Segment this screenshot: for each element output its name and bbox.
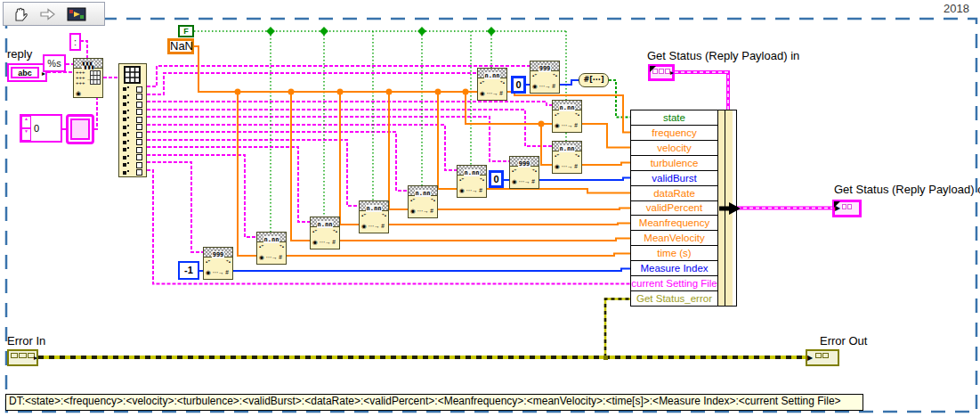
delimiter-constant[interactable]: : bbox=[69, 33, 81, 51]
decimal-string-to-number-node[interactable]: 999 ▪⁺⁺▪◉ ⋯→ # bbox=[530, 61, 560, 94]
zero-constant[interactable]: 0 bbox=[489, 170, 504, 188]
bundle-field-label: current Setting File bbox=[631, 278, 717, 289]
get-status-out-label: Get Status (Reply Payload) out bbox=[834, 184, 980, 196]
bundle-field-label: dataRate bbox=[653, 188, 695, 199]
get-status-in-terminal[interactable]: ▸ bbox=[648, 64, 675, 81]
terminal-arrow-icon: ▶ bbox=[835, 205, 840, 212]
bundle-field-label: frequency bbox=[652, 127, 697, 138]
index-array-row bbox=[119, 109, 146, 117]
reply-string-control[interactable]: abc ▸ bbox=[7, 63, 47, 82]
bundle-output-arrow-icon bbox=[717, 201, 742, 216]
bundle-field-label: validPercent bbox=[646, 202, 702, 213]
year-label: 2018 bbox=[944, 3, 969, 15]
index-array-row bbox=[119, 124, 146, 132]
index-array-row bbox=[119, 169, 146, 177]
spinner-up-icon[interactable]: ▲ bbox=[21, 116, 31, 128]
index-array-row bbox=[119, 94, 146, 102]
index-array-row bbox=[119, 154, 146, 162]
bundle-field-label: turbulence bbox=[651, 158, 699, 168]
fract-string-to-number-node[interactable]: n.nn ▪⁺⁺▪◉ ⋯→ # bbox=[457, 165, 487, 198]
bundle-field-label: MeanVelocity bbox=[644, 233, 704, 243]
number-to-boolean-array-node[interactable]: #[···] bbox=[579, 73, 609, 87]
bundle-field-row[interactable]: turbulence bbox=[631, 156, 717, 171]
terminal-arrow-icon: ▸ bbox=[34, 355, 37, 362]
fract-string-to-number-node[interactable]: n.nn ▪⁺⁺▪◉ ⋯→ # bbox=[477, 68, 507, 101]
index-array-row bbox=[119, 139, 146, 147]
reply-label: reply bbox=[7, 48, 32, 61]
decimal-string-to-number-node[interactable]: 999 ▪⁺⁺▪◉ ⋯→ # bbox=[509, 156, 539, 189]
fract-string-to-number-node[interactable]: n.nn ▪⁺⁺▪◉ ⋯→ # bbox=[310, 217, 340, 249]
string-control-glyph: abc bbox=[11, 67, 39, 78]
fract-string-to-number-node[interactable]: n.nn ▪⁺⁺▪◉ ⋯→ # bbox=[552, 100, 582, 133]
false-boolean-constant[interactable]: F bbox=[178, 25, 194, 37]
bundle-field-label: velocity bbox=[657, 143, 691, 153]
bundle-field-label: state bbox=[663, 112, 685, 123]
bundle-field-label: Meanfrequency bbox=[639, 217, 709, 228]
index-array-row bbox=[119, 116, 146, 124]
bundle-fields: statefrequencyvelocityturbulencevalidBur… bbox=[631, 110, 717, 306]
bundle-field-row[interactable]: dataRate bbox=[631, 186, 717, 201]
block-diagram-canvas: 2018 reply abc ▸ %s : ▲ ▼ 0 ▚▚▚ ++++++++… bbox=[0, 0, 980, 417]
toolbar bbox=[3, 2, 105, 26]
bundle-field-row[interactable]: Get Status_error bbox=[631, 291, 717, 306]
index-array-row bbox=[119, 101, 146, 109]
nan-constant[interactable]: NaN bbox=[167, 38, 194, 54]
bundle-field-label: time (s) bbox=[657, 248, 691, 258]
error-in-label: Error In bbox=[7, 335, 45, 348]
zero-constant[interactable]: 0 bbox=[511, 76, 526, 94]
get-status-in-label: Get Status (Reply Payload) in bbox=[647, 50, 799, 62]
bundle-field-label: Measure Index bbox=[640, 263, 708, 274]
minus-one-constant[interactable]: -1 bbox=[178, 261, 199, 280]
bundle-field-row[interactable]: Measure Index bbox=[631, 261, 717, 276]
bundle-field-label: validBurst bbox=[652, 173, 697, 184]
corner-marker-icon bbox=[650, 66, 656, 72]
fract-string-to-number-node[interactable]: n.nn ▪⁺⁺▪◉ ⋯→ # bbox=[359, 200, 389, 233]
decimal-string-to-number-node[interactable]: 999 ▪⁺⁺▪◉ ⋯→ # bbox=[203, 247, 233, 280]
bundle-field-row[interactable]: frequency bbox=[631, 126, 717, 141]
bundle-field-label: Get Status_error bbox=[636, 293, 712, 304]
index-array-row bbox=[119, 86, 146, 94]
bundle-field-row[interactable]: validBurst bbox=[631, 171, 717, 186]
index-array-row bbox=[119, 131, 146, 139]
pan-hand-icon[interactable] bbox=[7, 4, 32, 23]
dt-format-free-label: DT:<state>:<frequency>:<velocity>:<turbu… bbox=[5, 394, 863, 411]
error-wire[interactable] bbox=[38, 299, 806, 361]
spinner-value: 0 bbox=[31, 116, 61, 141]
bundle-field-row[interactable]: validPercent bbox=[631, 201, 717, 217]
error-cluster-icon bbox=[9, 351, 36, 360]
error-out-label: Error Out bbox=[820, 335, 867, 348]
vi-snippet-icon[interactable] bbox=[64, 4, 89, 23]
fract-string-to-number-node[interactable]: n.nn ▪⁺⁺▪◉ ⋯→ # bbox=[256, 232, 287, 265]
bundle-field-row[interactable]: velocity bbox=[631, 141, 717, 156]
string-box-terminal[interactable] bbox=[66, 114, 94, 144]
index-array-row bbox=[119, 146, 146, 154]
index-array-rows bbox=[119, 86, 146, 176]
numeric-spinner-control[interactable]: ▲ ▼ 0 bbox=[20, 114, 62, 143]
terminal-arrow-icon: ▶ bbox=[807, 355, 813, 362]
fract-string-to-number-node[interactable]: n.nn ▪⁺⁺▪◉ ⋯→ # bbox=[552, 141, 582, 174]
index-array-node[interactable] bbox=[118, 63, 147, 177]
error-out-terminal[interactable]: ▶ bbox=[806, 349, 839, 366]
bundle-field-row[interactable]: current Setting File bbox=[631, 276, 717, 291]
spreadsheet-string-to-array-node[interactable]: ▚▚▚ +++++++++ → ◉ bbox=[73, 58, 103, 98]
bundle-field-row[interactable]: time (s) bbox=[631, 246, 717, 261]
get-status-out-terminal[interactable]: ▶ bbox=[832, 200, 862, 217]
bundle-field-row[interactable]: state bbox=[631, 110, 717, 126]
error-in-terminal[interactable]: ▸ bbox=[7, 349, 38, 366]
bundle-field-row[interactable]: MeanVelocity bbox=[631, 231, 717, 246]
format-string-constant[interactable]: %s bbox=[43, 54, 66, 72]
bundle-field-row[interactable]: Meanfrequency bbox=[631, 216, 717, 231]
terminal-arrow-icon: ▸ bbox=[670, 70, 674, 77]
spinner-down-icon[interactable]: ▼ bbox=[21, 128, 31, 141]
forward-arrow-icon[interactable] bbox=[36, 4, 61, 23]
fract-string-to-number-node[interactable]: n.nn ▪⁺⁺▪◉ ⋯→ # bbox=[408, 185, 438, 218]
index-array-row bbox=[119, 161, 146, 169]
array-grid-icon bbox=[124, 66, 142, 84]
node-header: ▚▚▚ bbox=[74, 59, 102, 69]
string-box-inner bbox=[70, 119, 90, 140]
